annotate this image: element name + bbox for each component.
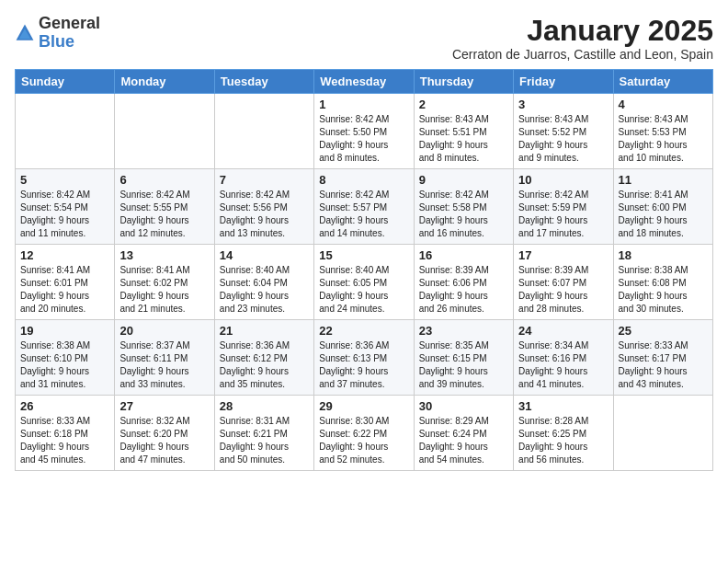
calendar-cell: 16Sunrise: 8:39 AMSunset: 6:06 PMDayligh… (414, 245, 513, 320)
cell-line: Sunrise: 8:41 AM (20, 264, 109, 277)
cell-line: Sunrise: 8:30 AM (319, 415, 408, 428)
cell-line: Sunset: 6:15 PM (419, 352, 508, 365)
cell-content: Sunrise: 8:28 AMSunset: 6:25 PMDaylight:… (518, 415, 608, 466)
day-number: 19 (20, 324, 109, 338)
cell-line: and 8 minutes. (319, 152, 408, 165)
cell-line: Sunset: 6:16 PM (518, 352, 608, 365)
logo-general: General (39, 14, 100, 32)
day-number: 27 (119, 399, 209, 413)
cell-line: Daylight: 9 hours (319, 139, 408, 152)
weekday-friday: Friday (514, 70, 613, 94)
calendar-cell: 19Sunrise: 8:38 AMSunset: 6:10 PMDayligh… (16, 320, 115, 396)
cell-line: and 39 minutes. (419, 378, 508, 391)
cell-content: Sunrise: 8:39 AMSunset: 6:07 PMDaylight:… (518, 264, 608, 316)
day-number: 1 (319, 98, 408, 111)
cell-line: Sunrise: 8:31 AM (220, 415, 309, 428)
cell-line: Daylight: 9 hours (119, 290, 209, 303)
cell-line: and 37 minutes. (319, 378, 408, 391)
cell-line: Daylight: 9 hours (419, 214, 508, 227)
day-number: 13 (119, 248, 209, 262)
cell-content: Sunrise: 8:39 AMSunset: 6:06 PMDaylight:… (419, 264, 508, 316)
cell-line: Sunrise: 8:42 AM (220, 189, 309, 201)
cell-line: Sunset: 6:25 PM (518, 428, 608, 441)
calendar-cell: 25Sunrise: 8:33 AMSunset: 6:17 PMDayligh… (613, 320, 712, 396)
day-number: 7 (220, 173, 309, 187)
cell-line: Sunrise: 8:42 AM (20, 189, 109, 201)
cell-line: Sunset: 5:50 PM (319, 126, 408, 139)
day-number: 31 (518, 399, 608, 413)
cell-line: Daylight: 9 hours (220, 214, 309, 227)
cell-line: and 18 minutes. (619, 227, 708, 240)
calendar-table: SundayMondayTuesdayWednesdayThursdayFrid… (15, 69, 713, 471)
cell-content: Sunrise: 8:42 AMSunset: 5:56 PMDaylight:… (220, 189, 309, 240)
cell-line: Sunrise: 8:38 AM (619, 264, 708, 277)
cell-line: and 21 minutes. (119, 303, 209, 316)
calendar-cell: 31Sunrise: 8:28 AMSunset: 6:25 PMDayligh… (514, 396, 613, 471)
calendar-cell: 12Sunrise: 8:41 AMSunset: 6:01 PMDayligh… (16, 245, 115, 320)
cell-line: and 10 minutes. (619, 152, 708, 165)
cell-line: and 56 minutes. (518, 454, 608, 466)
cell-content: Sunrise: 8:42 AMSunset: 5:54 PMDaylight:… (20, 189, 109, 240)
cell-content: Sunrise: 8:38 AMSunset: 6:08 PMDaylight:… (619, 264, 708, 316)
cell-line: Sunrise: 8:42 AM (119, 189, 209, 201)
cell-line: Sunset: 6:04 PM (220, 277, 309, 290)
cell-line: Sunrise: 8:36 AM (220, 339, 309, 352)
calendar-cell: 18Sunrise: 8:38 AMSunset: 6:08 PMDayligh… (613, 245, 712, 320)
day-number: 24 (518, 324, 608, 338)
day-number: 14 (220, 248, 309, 262)
cell-line: and 14 minutes. (319, 227, 408, 240)
logo-blue: Blue (39, 32, 74, 51)
cell-line: and 52 minutes. (319, 454, 408, 466)
calendar-cell: 5Sunrise: 8:42 AMSunset: 5:54 PMDaylight… (16, 169, 115, 245)
cell-line: Sunset: 6:11 PM (119, 352, 209, 365)
calendar-cell: 23Sunrise: 8:35 AMSunset: 6:15 PMDayligh… (414, 320, 513, 396)
cell-line: Sunset: 6:18 PM (20, 428, 109, 441)
calendar-cell: 7Sunrise: 8:42 AMSunset: 5:56 PMDaylight… (214, 169, 313, 245)
cell-content: Sunrise: 8:30 AMSunset: 6:22 PMDaylight:… (319, 415, 408, 466)
day-number: 22 (319, 324, 408, 338)
day-number: 11 (619, 173, 708, 187)
cell-line: Sunset: 5:57 PM (319, 201, 408, 214)
calendar-cell: 21Sunrise: 8:36 AMSunset: 6:12 PMDayligh… (214, 320, 313, 396)
day-number: 10 (518, 173, 608, 187)
cell-line: and 8 minutes. (419, 152, 508, 165)
cell-content: Sunrise: 8:33 AMSunset: 6:18 PMDaylight:… (20, 415, 109, 466)
cell-content: Sunrise: 8:32 AMSunset: 6:20 PMDaylight:… (119, 415, 209, 466)
cell-line: Sunset: 6:02 PM (119, 277, 209, 290)
cell-line: and 41 minutes. (518, 378, 608, 391)
cell-line: Daylight: 9 hours (518, 365, 608, 378)
cell-line: Sunrise: 8:40 AM (220, 264, 309, 277)
calendar-cell: 14Sunrise: 8:40 AMSunset: 6:04 PMDayligh… (214, 245, 313, 320)
cell-line: Daylight: 9 hours (119, 214, 209, 227)
cell-line: Sunset: 6:12 PM (220, 352, 309, 365)
week-row-3: 12Sunrise: 8:41 AMSunset: 6:01 PMDayligh… (16, 245, 713, 320)
day-number: 12 (20, 248, 109, 262)
calendar-cell: 13Sunrise: 8:41 AMSunset: 6:02 PMDayligh… (115, 245, 214, 320)
weekday-wednesday: Wednesday (314, 70, 414, 94)
cell-line: and 31 minutes. (20, 378, 109, 391)
cell-line: Daylight: 9 hours (319, 365, 408, 378)
page: General Blue January 2025 Cerraton de Ju… (0, 0, 728, 563)
day-number: 2 (419, 98, 508, 111)
cell-line: and 33 minutes. (119, 378, 209, 391)
cell-line: Sunset: 6:21 PM (220, 428, 309, 441)
calendar-cell: 11Sunrise: 8:41 AMSunset: 6:00 PMDayligh… (613, 169, 712, 245)
cell-line: Sunrise: 8:28 AM (518, 415, 608, 428)
cell-line: Sunset: 6:17 PM (619, 352, 708, 365)
cell-line: and 16 minutes. (419, 227, 508, 240)
calendar-cell (115, 94, 214, 169)
cell-line: Sunset: 6:13 PM (319, 352, 408, 365)
title-block: January 2025 Cerraton de Juarros, Castil… (452, 15, 713, 62)
day-number: 4 (619, 98, 708, 111)
cell-line: Sunrise: 8:43 AM (619, 113, 708, 126)
calendar-cell: 2Sunrise: 8:43 AMSunset: 5:51 PMDaylight… (414, 94, 513, 169)
cell-content: Sunrise: 8:42 AMSunset: 5:55 PMDaylight:… (119, 189, 209, 240)
cell-line: and 28 minutes. (518, 303, 608, 316)
week-row-5: 26Sunrise: 8:33 AMSunset: 6:18 PMDayligh… (16, 396, 713, 471)
cell-line: Sunset: 6:24 PM (419, 428, 508, 441)
cell-content: Sunrise: 8:43 AMSunset: 5:52 PMDaylight:… (518, 113, 608, 165)
cell-line: Sunset: 6:06 PM (419, 277, 508, 290)
cell-line: Sunset: 5:54 PM (20, 201, 109, 214)
cell-line: Daylight: 9 hours (20, 290, 109, 303)
calendar-cell: 8Sunrise: 8:42 AMSunset: 5:57 PMDaylight… (314, 169, 414, 245)
